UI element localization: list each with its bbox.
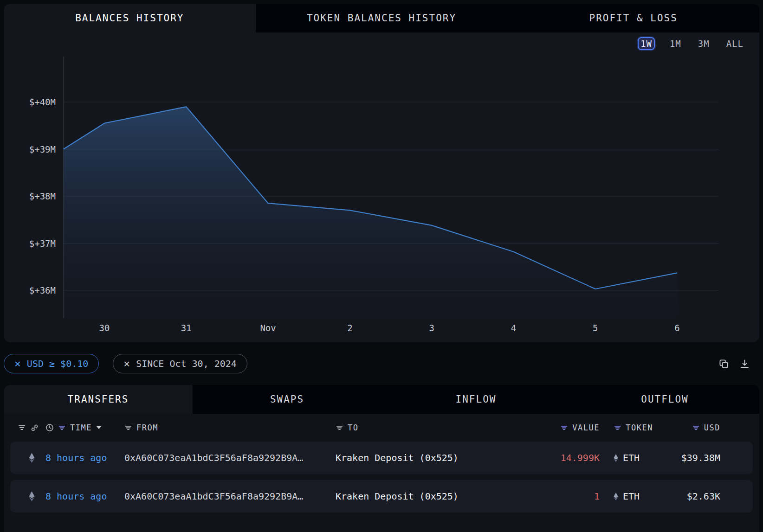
row-value: 14.999K	[530, 452, 600, 463]
tab-label: OUTFLOW	[641, 394, 689, 405]
svg-text:5: 5	[593, 323, 598, 333]
table-header: TIME FROM TO VALUE TOKEN USD	[10, 414, 753, 442]
filter-chip-usd[interactable]: × USD ≥ $0.10	[4, 354, 99, 373]
filter-chip-since[interactable]: × SINCE Oct 30, 2024	[113, 354, 247, 373]
filter-chip-label: SINCE Oct 30, 2024	[136, 358, 237, 369]
col-header-value[interactable]: VALUE	[530, 423, 600, 432]
tab-label: SWAPS	[270, 394, 304, 405]
chart-tab-strip: BALANCES HISTORY TOKEN BALANCES HISTORY …	[4, 4, 759, 32]
remove-filter-icon[interactable]: ×	[14, 359, 21, 369]
row-to-entity[interactable]: Kraken Deposit (0x525)	[336, 491, 530, 502]
tab-swaps[interactable]: SWAPS	[193, 385, 382, 414]
row-value: 1	[530, 491, 600, 502]
svg-text:31: 31	[181, 323, 192, 333]
copy-icon[interactable]	[718, 359, 729, 369]
download-icon[interactable]	[739, 359, 750, 369]
svg-text:$+38M: $+38M	[29, 191, 56, 201]
sort-icon[interactable]	[560, 424, 568, 432]
svg-text:6: 6	[674, 323, 679, 333]
table-tab-strip: TRANSFERS SWAPS INFLOW OUTFLOW	[4, 385, 759, 414]
row-time-link[interactable]: 8 hours ago	[45, 452, 124, 463]
svg-text:3: 3	[429, 323, 434, 333]
chain-icon-cell	[18, 491, 45, 502]
tab-label: BALANCES HISTORY	[75, 13, 184, 24]
tab-label: TOKEN BALANCES HISTORY	[307, 13, 456, 24]
col-label-usd: USD	[704, 423, 720, 432]
svg-text:Nov: Nov	[260, 323, 276, 333]
tab-inflow[interactable]: INFLOW	[382, 385, 570, 414]
filter-bar: × USD ≥ $0.10 × SINCE Oct 30, 2024	[0, 342, 763, 385]
row-token[interactable]: ETH	[600, 452, 653, 463]
range-3m[interactable]: 3M	[696, 38, 711, 50]
row-from-address[interactable]: 0xA60C073eaA1bdC3F56aF8a9292B9A…	[124, 452, 336, 463]
caret-down-icon[interactable]	[96, 426, 102, 429]
col-header-time[interactable]: TIME	[45, 423, 124, 432]
row-token-symbol: ETH	[623, 452, 640, 463]
balances-panel: BALANCES HISTORY TOKEN BALANCES HISTORY …	[4, 4, 759, 342]
clock-icon	[45, 423, 54, 432]
svg-text:$+37M: $+37M	[29, 238, 56, 249]
link-icon[interactable]	[30, 423, 39, 432]
sort-icon[interactable]	[614, 424, 621, 432]
filter-icon[interactable]	[18, 423, 26, 432]
table-row[interactable]: 8 hours ago 0xA60C073eaA1bdC3F56aF8a9292…	[10, 442, 753, 474]
svg-text:$+39M: $+39M	[29, 144, 56, 154]
ethereum-icon	[613, 492, 619, 501]
col-header-token[interactable]: TOKEN	[600, 423, 653, 432]
range-1w[interactable]: 1W	[638, 37, 655, 50]
range-1m[interactable]: 1M	[668, 38, 683, 50]
col-label-time: TIME	[70, 423, 92, 432]
row-to-entity[interactable]: Kraken Deposit (0x525)	[336, 452, 530, 463]
tab-label: INFLOW	[456, 394, 497, 405]
sort-icon[interactable]	[124, 424, 132, 432]
col-header-usd[interactable]: USD	[653, 423, 720, 432]
tab-outflow[interactable]: OUTFLOW	[570, 385, 759, 414]
sort-icon[interactable]	[58, 424, 66, 432]
row-usd: $39.38M	[653, 452, 720, 463]
row-usd: $2.63K	[653, 491, 720, 502]
range-selector: 1W 1M 3M ALL	[4, 32, 759, 55]
ethereum-icon	[613, 454, 619, 462]
balance-chart: $+40M$+39M$+38M$+37M$+36M3031Nov23456	[4, 55, 759, 342]
tab-profit-loss[interactable]: PROFIT & LOSS	[507, 4, 759, 32]
col-label-token: TOKEN	[626, 423, 653, 432]
svg-text:2: 2	[347, 323, 352, 333]
sort-icon[interactable]	[336, 424, 343, 432]
tab-token-balances-history[interactable]: TOKEN BALANCES HISTORY	[256, 4, 508, 32]
col-label-to: TO	[348, 423, 358, 432]
header-tools	[18, 423, 45, 432]
tab-label: PROFIT & LOSS	[589, 13, 677, 24]
svg-text:4: 4	[511, 323, 516, 333]
remove-filter-icon[interactable]: ×	[123, 359, 130, 369]
ethereum-icon	[28, 491, 35, 502]
sort-icon[interactable]	[692, 424, 700, 432]
row-token[interactable]: ETH	[600, 491, 653, 502]
col-label-value: VALUE	[572, 423, 600, 432]
row-from-address[interactable]: 0xA60C073eaA1bdC3F56aF8a9292B9A…	[124, 491, 336, 502]
filter-chip-label: USD ≥ $0.10	[27, 358, 88, 369]
col-label-from: FROM	[136, 423, 158, 432]
row-time-link[interactable]: 8 hours ago	[45, 491, 124, 502]
col-header-to[interactable]: TO	[336, 423, 530, 432]
range-all[interactable]: ALL	[724, 38, 745, 50]
chain-icon-cell	[18, 452, 45, 463]
filter-bar-actions	[718, 359, 750, 369]
table-row[interactable]: 8 hours ago 0xA60C073eaA1bdC3F56aF8a9292…	[10, 480, 753, 513]
col-header-from[interactable]: FROM	[124, 423, 336, 432]
svg-text:$+40M: $+40M	[29, 97, 56, 107]
ethereum-icon	[28, 452, 35, 463]
svg-text:30: 30	[99, 323, 110, 333]
tab-transfers[interactable]: TRANSFERS	[4, 385, 193, 414]
row-token-symbol: ETH	[623, 491, 640, 502]
svg-text:$+36M: $+36M	[29, 285, 56, 295]
tab-label: TRANSFERS	[68, 394, 129, 405]
tab-balances-history[interactable]: BALANCES HISTORY	[4, 4, 256, 32]
transfers-panel: TRANSFERS SWAPS INFLOW OUTFLOW TIME FROM	[4, 385, 759, 532]
